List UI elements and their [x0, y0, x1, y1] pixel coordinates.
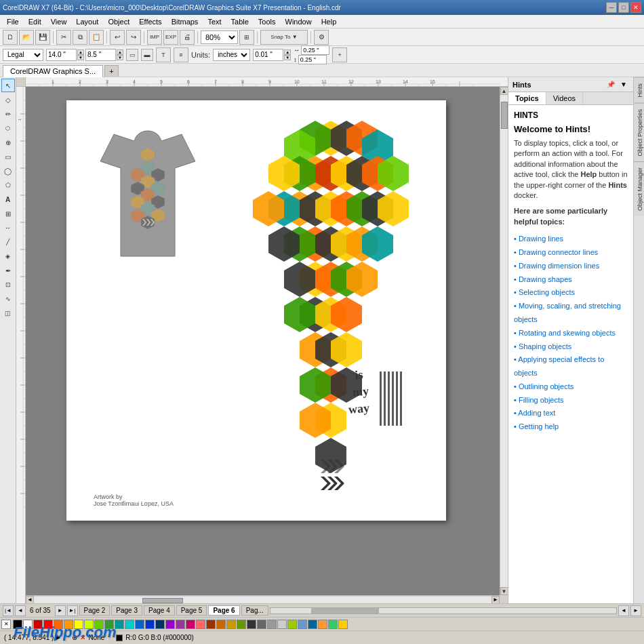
menu-table[interactable]: Table [227, 16, 253, 27]
select-tool[interactable]: ↖ [1, 79, 15, 92]
active-tab[interactable]: CorelDRAW Graphics S... [3, 65, 103, 77]
ellipse-tool[interactable]: ◯ [1, 164, 15, 178]
height-down-arrow[interactable]: ▼ [117, 55, 123, 60]
color-swatch-purple1[interactable] [165, 620, 175, 629]
page-tab-2[interactable]: Page 2 [79, 605, 110, 616]
menu-layout[interactable]: Layout [72, 16, 102, 27]
step-down-arrow[interactable]: ▼ [284, 55, 291, 60]
page-tab-more[interactable]: Pag... [241, 605, 268, 616]
crop-tool[interactable]: ⊡ [1, 278, 15, 291]
transparency-tool[interactable]: ◫ [1, 306, 15, 320]
scroll-track-v[interactable] [500, 95, 508, 587]
x-pos-input[interactable] [301, 45, 329, 55]
page-first-button[interactable]: |◄ [3, 605, 14, 616]
color-swatch-yellow[interactable] [74, 620, 83, 629]
step-up-arrow[interactable]: ▲ [284, 49, 291, 55]
menu-bitmaps[interactable]: Bitmaps [167, 16, 203, 27]
color-swatch-chartreuse[interactable] [287, 620, 297, 629]
color-swatch-black[interactable] [13, 620, 22, 629]
color-swatch-gray2[interactable] [257, 620, 266, 629]
page-last-button[interactable]: ►| [67, 605, 78, 616]
import-button[interactable]: IMP [147, 30, 162, 45]
maximize-button[interactable]: □ [618, 2, 629, 13]
color-swatch-white[interactable] [23, 620, 33, 629]
polygon-tool[interactable]: ⬠ [1, 178, 15, 192]
menu-effects[interactable]: Effects [135, 16, 165, 27]
color-swatch-orange1[interactable] [54, 620, 63, 629]
undo-button[interactable]: ↩ [110, 30, 125, 45]
hint-link-filling[interactable]: • Filling objects [514, 394, 628, 407]
side-tab-object-properties[interactable]: Object Properties [634, 103, 645, 162]
color-swatch-teal[interactable] [115, 620, 124, 629]
page-scroll-thumb[interactable] [311, 608, 379, 613]
menu-tools[interactable]: Tools [254, 16, 280, 27]
page-scrollbar[interactable] [270, 607, 617, 614]
width-input[interactable] [46, 49, 77, 61]
close-button[interactable]: ✕ [630, 2, 641, 13]
height-up-arrow[interactable]: ▲ [117, 49, 123, 55]
paste-button[interactable]: 📋 [89, 30, 104, 45]
eyedropper-tool[interactable]: ✒ [1, 264, 15, 277]
hint-link-moving[interactable]: • Moving, scaling, and stretching object… [514, 300, 628, 327]
menu-view[interactable]: View [47, 16, 71, 27]
open-button[interactable]: 📂 [19, 30, 34, 45]
color-swatch-red1[interactable] [33, 620, 43, 629]
color-swatch-purple2[interactable] [176, 620, 185, 629]
text-options[interactable]: T [156, 47, 171, 62]
color-swatch-cyan[interactable] [125, 620, 134, 629]
dimension-tool[interactable]: ↔ [1, 221, 15, 235]
scroll-right-arrow[interactable]: ► [491, 596, 500, 604]
color-swatch-steelblue[interactable] [298, 620, 307, 629]
hints-pin-button[interactable]: 📌 [605, 80, 617, 89]
y-pos-input[interactable] [298, 55, 327, 64]
cut-button[interactable]: ✂ [56, 30, 71, 45]
page-prev-button[interactable]: ◄ [15, 605, 26, 616]
color-swatch-green1[interactable] [94, 620, 104, 629]
menu-object[interactable]: Object [104, 16, 134, 27]
portrait-button[interactable]: ▭ [126, 49, 138, 61]
copy-button[interactable]: ⧉ [73, 30, 87, 45]
color-swatch-gray4[interactable] [277, 620, 287, 629]
page-tab-6[interactable]: Page 6 [208, 605, 239, 616]
new-button[interactable]: 🗋 [3, 30, 18, 45]
scroll-left-arrow[interactable]: ◄ [26, 596, 34, 604]
color-swatch-gold[interactable] [226, 620, 236, 629]
color-swatch-blue2[interactable] [145, 620, 155, 629]
zoom-tool[interactable]: ⊕ [1, 136, 15, 149]
hint-link-help[interactable]: • Getting help [514, 420, 628, 434]
export-button[interactable]: EXP [163, 30, 178, 45]
canvas-area[interactable]: 1 2 3 4 5 6 7 8 9 10 11 [16, 77, 508, 603]
color-swatch-orange2[interactable] [64, 620, 73, 629]
color-swatch-gray1[interactable] [247, 620, 256, 629]
page-tab-4[interactable]: Page 4 [144, 605, 175, 616]
hint-link-rotating[interactable]: • Rotating and skewing objects [514, 327, 628, 340]
smudge-tool[interactable]: ∿ [1, 292, 15, 306]
hint-link-selecting[interactable]: • Selecting objects [514, 286, 628, 300]
width-down-arrow[interactable]: ▼ [77, 55, 84, 60]
hint-link-connector[interactable]: • Drawing connector lines [514, 246, 628, 260]
text-tool[interactable]: A [1, 193, 15, 206]
snap-to-grid[interactable]: Snap To ▼ [260, 30, 308, 45]
paper-size-select[interactable]: Legal Letter A4 [3, 49, 43, 61]
hints-tab-topics[interactable]: Topics [508, 92, 546, 104]
color-swatch-brown1[interactable] [206, 620, 216, 629]
hints-menu-button[interactable]: ▼ [618, 80, 629, 89]
hint-link-drawing-lines[interactable]: • Drawing lines [514, 233, 628, 246]
print-button[interactable]: 🖨 [180, 30, 195, 45]
line-tool[interactable]: ╱ [1, 235, 15, 249]
options-button[interactable]: ⚙ [314, 30, 329, 45]
redo-button[interactable]: ↪ [126, 30, 141, 45]
units-select[interactable]: inches mm cm pixels [213, 49, 250, 61]
hint-link-outlining[interactable]: • Outlining objects [514, 380, 628, 394]
table-tool[interactable]: ⊞ [1, 207, 15, 220]
scroll-down-arrow[interactable]: ▼ [500, 587, 508, 595]
page-scroll-left[interactable]: ◄ [618, 605, 629, 616]
no-color-swatch[interactable]: ✕ [1, 620, 11, 629]
color-swatch-lime[interactable] [84, 620, 94, 629]
color-swatch-green2[interactable] [104, 620, 114, 629]
menu-edit[interactable]: Edit [24, 16, 45, 27]
page-scroll-right[interactable]: ► [630, 605, 641, 616]
scroll-up-arrow[interactable]: ▲ [500, 87, 508, 95]
step-input[interactable] [253, 49, 283, 61]
color-swatch-navy[interactable] [155, 620, 165, 629]
